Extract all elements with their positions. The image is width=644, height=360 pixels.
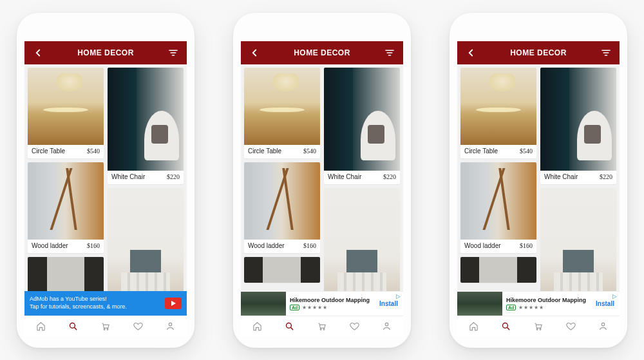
back-icon[interactable] — [32, 47, 44, 59]
product-image — [244, 68, 320, 145]
svg-point-4 — [287, 323, 292, 328]
product-price: $540 — [303, 147, 316, 155]
product-price: $540 — [520, 147, 533, 155]
screen: HOME DECOR Circle Table $540 Wood ladder… — [457, 41, 620, 336]
nav-profile-icon[interactable] — [381, 319, 393, 332]
product-name: White Chair — [111, 173, 145, 180]
nav-home-icon[interactable] — [467, 319, 480, 332]
ad-title: Hikemoore Outdoor Mapping — [506, 297, 587, 303]
svg-point-5 — [321, 328, 322, 330]
ad-stars: ★★★★★ — [302, 305, 328, 310]
filter-icon[interactable] — [600, 47, 612, 59]
svg-point-9 — [537, 328, 538, 330]
product-card-partial[interactable] — [244, 257, 320, 283]
product-price: $220 — [167, 173, 180, 180]
ad-badge: Ad — [290, 305, 299, 310]
back-icon[interactable] — [249, 47, 260, 59]
ad-line1: AdMob has a YouTube series! — [30, 296, 127, 303]
product-name: Circle Table — [32, 147, 65, 155]
product-name: Wood ladder — [248, 242, 285, 249]
nav-search-icon[interactable] — [283, 319, 296, 332]
product-card-white-chair[interactable]: White Chair $220 — [540, 68, 616, 184]
ad-stars: ★★★★★ — [518, 305, 544, 310]
svg-point-10 — [540, 328, 542, 330]
nav-profile-icon[interactable] — [164, 319, 177, 332]
page-title: HOME DECOR — [77, 48, 134, 57]
ad-install-button[interactable]: Install — [374, 300, 403, 307]
product-name: White Chair — [544, 173, 578, 180]
product-grid: Circle Table $540 Wood ladder $160 — [241, 64, 403, 316]
svg-point-3 — [169, 323, 172, 326]
product-price: $220 — [600, 173, 612, 180]
product-image — [460, 257, 536, 283]
ad-title: Hikemoore Outdoor Mapping — [290, 297, 370, 303]
youtube-play-icon — [165, 298, 182, 309]
product-grid: Circle Table $540 Wood ladder $160 — [457, 64, 620, 316]
bottom-nav — [24, 316, 187, 336]
nav-cart-icon[interactable] — [99, 319, 112, 332]
ad-banner-youtube[interactable]: AdMob has a YouTube series! Tap for tuto… — [24, 291, 187, 316]
nav-favorites-icon[interactable] — [348, 319, 361, 332]
nav-favorites-icon[interactable] — [131, 319, 144, 332]
svg-point-2 — [108, 328, 109, 330]
product-image — [460, 68, 536, 145]
bottom-nav — [457, 316, 620, 336]
nav-cart-icon[interactable] — [532, 319, 545, 332]
phone-mockup: HOME DECOR Circle Table $540 Wood ladder — [17, 13, 194, 348]
product-image — [244, 257, 320, 283]
product-image — [540, 68, 616, 171]
product-card-wood-ladder[interactable]: Wood ladder $160 — [244, 162, 320, 253]
screen: HOME DECOR Circle Table $540 Wood ladder… — [241, 41, 403, 336]
nav-home-icon[interactable] — [34, 319, 47, 332]
ad-thumbnail — [457, 292, 502, 316]
nav-search-icon[interactable] — [500, 319, 513, 332]
product-card-wood-ladder[interactable]: Wood ladder $160 — [28, 162, 104, 253]
product-image — [28, 162, 104, 240]
product-name: White Chair — [328, 173, 361, 180]
page-title: HOME DECOR — [510, 48, 567, 57]
ad-banner-native[interactable]: Hikemoore Outdoor Mapping Ad ★★★★★ Insta… — [241, 291, 403, 316]
nav-cart-icon[interactable] — [316, 319, 328, 332]
ad-banner-native[interactable]: Hikemoore Outdoor Mapping Ad ★★★★★ Insta… — [457, 291, 620, 316]
bottom-nav — [241, 316, 403, 336]
product-image — [324, 68, 400, 171]
product-name: Wood ladder — [464, 242, 501, 249]
app-bar: HOME DECOR — [457, 41, 620, 64]
ad-info-icon[interactable]: ▷ — [396, 293, 401, 299]
product-name: Circle Table — [248, 147, 281, 155]
filter-icon[interactable] — [384, 47, 395, 59]
product-image — [108, 68, 184, 171]
nav-favorites-icon[interactable] — [564, 319, 577, 332]
ad-info-icon[interactable]: ▷ — [612, 293, 617, 299]
product-name: Circle Table — [464, 147, 498, 155]
product-card-circle-table[interactable]: Circle Table $540 — [244, 68, 320, 158]
product-name: Wood ladder — [32, 242, 68, 249]
product-card-wood-ladder[interactable]: Wood ladder $160 — [460, 162, 536, 253]
ad-install-button[interactable]: Install — [591, 300, 620, 307]
product-card-circle-table[interactable]: Circle Table $540 — [460, 68, 536, 158]
product-card-partial[interactable] — [460, 257, 536, 283]
product-price: $160 — [303, 242, 316, 249]
nav-profile-icon[interactable] — [597, 319, 610, 332]
screen: HOME DECOR Circle Table $540 Wood ladder — [24, 41, 187, 336]
product-image — [28, 257, 104, 296]
ad-thumbnail — [241, 292, 286, 316]
product-card-partial[interactable] — [28, 257, 104, 296]
svg-point-7 — [385, 323, 388, 326]
product-card-white-chair[interactable]: White Chair $220 — [324, 68, 400, 184]
ad-line2: Tap for tutorials, screencasts, & more. — [30, 303, 127, 310]
product-image — [460, 162, 536, 240]
product-card-white-chair[interactable]: White Chair $220 — [108, 68, 184, 184]
svg-point-6 — [324, 328, 325, 330]
filter-icon[interactable] — [167, 47, 179, 59]
svg-point-1 — [104, 328, 106, 330]
product-image — [244, 162, 320, 240]
product-price: $540 — [87, 147, 100, 155]
svg-point-8 — [503, 323, 508, 328]
nav-search-icon[interactable] — [67, 319, 80, 332]
svg-point-0 — [70, 323, 75, 328]
product-card-circle-table[interactable]: Circle Table $540 — [28, 68, 104, 158]
ad-badge: Ad — [506, 305, 516, 310]
back-icon[interactable] — [465, 47, 477, 59]
nav-home-icon[interactable] — [251, 319, 263, 332]
